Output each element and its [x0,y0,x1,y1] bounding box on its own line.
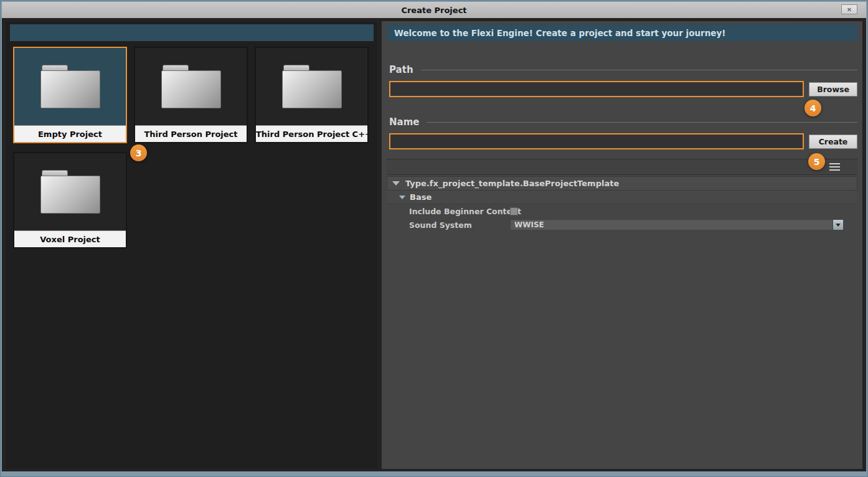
folder-icon [161,65,221,108]
window-title: Create Project [401,6,466,15]
close-button[interactable]: ✕ [841,4,857,14]
name-row: Create [387,133,857,149]
template-thumbnail [14,153,126,230]
template-list-header [10,24,374,41]
path-label: Path [387,64,857,75]
chevron-down-icon[interactable] [833,220,843,230]
step-badge-4: 4 [804,100,821,116]
path-row: Browse [387,81,857,97]
template-type-header[interactable]: Type.fx_project_template.BaseProjectTemp… [387,176,857,191]
template-tile-empty-project[interactable]: Empty Project [13,47,127,143]
name-input[interactable] [389,133,804,149]
template-label: Third Person Project C++ [256,125,367,142]
template-label: Voxel Project [14,230,126,247]
collapse-arrow-icon[interactable] [392,181,400,186]
project-setup-panel: Welcome to the Flexi Engine! Create a pr… [382,21,862,469]
template-thumbnail [256,48,367,125]
sound-system-value: WWISE [511,220,833,229]
include-beginner-label: Include Beginner Content [409,207,510,216]
include-beginner-row: Include Beginner Content [387,204,857,218]
template-label: Third Person Project [135,125,247,142]
template-thumbnail [14,48,126,125]
browse-button[interactable]: Browse [809,82,857,97]
properties-toolbar [387,159,857,175]
close-icon: ✕ [847,6,852,13]
sound-system-dropdown[interactable]: WWISE [510,219,844,230]
sound-system-row: Sound System WWISE [387,218,857,232]
name-label: Name [387,116,857,128]
welcome-banner-text: Welcome to the Flexi Engine! Create a pr… [394,28,725,38]
template-label: Empty Project [14,125,126,142]
path-input[interactable] [389,81,804,97]
step-badge-5: 5 [808,153,825,170]
base-section-header[interactable]: Base [387,191,857,204]
welcome-banner: Welcome to the Flexi Engine! Create a pr… [387,24,857,41]
template-thumbnail [135,48,247,125]
template-grid: Empty Project Third Person Project [6,41,377,254]
folder-icon [40,65,100,108]
sound-system-label: Sound System [409,220,510,230]
folder-icon [282,65,342,108]
menu-icon[interactable] [829,161,840,172]
base-section-label: Base [410,192,432,202]
template-panel: Empty Project Third Person Project [6,21,377,469]
template-type-text: Type.fx_project_template.BaseProjectTemp… [405,179,619,188]
include-beginner-checkbox[interactable] [510,207,518,215]
folder-icon [40,170,100,214]
main-area: Empty Project Third Person Project [2,18,866,471]
template-tile-third-person-cpp[interactable]: Third Person Project C++ [255,47,369,143]
create-project-window: Create Project ✕ Empty Project [0,0,868,477]
template-tile-voxel-project[interactable]: Voxel Project [13,152,127,248]
collapse-arrow-icon[interactable] [399,196,405,199]
create-button[interactable]: Create [809,135,857,149]
step-badge-3: 3 [130,144,147,161]
template-tile-third-person[interactable]: Third Person Project [134,47,248,143]
titlebar[interactable]: Create Project ✕ [2,2,866,18]
